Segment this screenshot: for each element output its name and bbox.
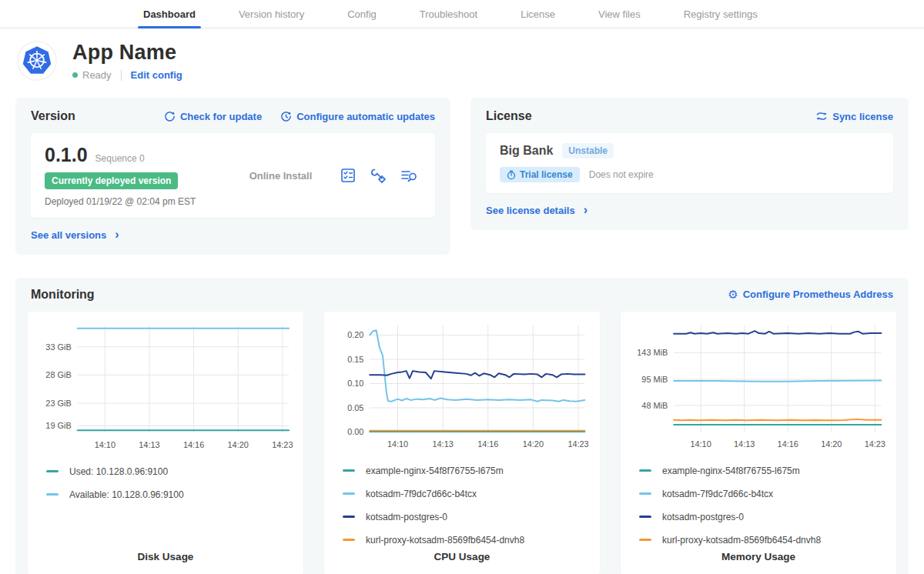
chart-card-memory-usage: 143 MiB95 MiB48 MiB14:1014:1314:1614:201… (621, 312, 896, 574)
legend-dash-icon (639, 539, 651, 541)
legend-item: Used: 10.128.0.96:9100 (37, 460, 294, 483)
chart-plot: 33 GiB28 GiB23 GiB19 GiB14:1014:1314:161… (37, 319, 294, 454)
expiry-label: Does not expire (589, 169, 654, 180)
legend-dash-icon (639, 516, 651, 518)
divider (121, 70, 122, 81)
stopwatch-icon (507, 170, 516, 180)
edit-config-link[interactable]: Edit config (131, 69, 182, 81)
refresh-icon (164, 111, 176, 122)
svg-text:14:10: 14:10 (691, 439, 711, 449)
svg-text:95 MiB: 95 MiB (641, 374, 668, 383)
gear-icon: ⚙ (728, 289, 738, 300)
chart-title: Memory Usage (630, 551, 887, 567)
svg-text:23 GiB: 23 GiB (45, 399, 71, 408)
svg-text:14:23: 14:23 (272, 440, 293, 449)
version-card-title: Version (31, 109, 75, 123)
legend-label: example-nginx-54f8f76755-l675m (366, 466, 504, 476)
check-for-update-button[interactable]: Check for update (164, 111, 262, 122)
svg-text:14:10: 14:10 (387, 439, 408, 449)
svg-text:14:16: 14:16 (477, 439, 498, 449)
license-card: License Sync license Big Bank Unstable (470, 98, 909, 230)
customer-name: Big Bank (500, 144, 553, 158)
legend-label: kotsadm-postgres-0 (662, 512, 744, 522)
deployed-badge: Currently deployed version (45, 172, 178, 189)
legend-dash-icon (343, 516, 355, 518)
sequence-label: Sequence 0 (95, 153, 145, 164)
top-nav: DashboardVersion historyConfigTroublesho… (0, 0, 924, 28)
app-header: App Name Ready Edit config (0, 28, 924, 88)
legend-label: kurl-proxy-kotsadm-8569fb6454-dnvh8 (366, 535, 524, 546)
sync-license-button[interactable]: Sync license (815, 111, 893, 122)
svg-text:33 GiB: 33 GiB (45, 342, 71, 351)
legend-dash-icon (639, 469, 651, 472)
chart-card-cpu-usage: 0.200.150.100.050.0014:1014:1314:1614:20… (324, 312, 600, 574)
svg-text:14:13: 14:13 (734, 439, 755, 449)
configure-prometheus-button[interactable]: ⚙ Configure Prometheus Address (728, 289, 893, 300)
svg-text:143 MiB: 143 MiB (637, 348, 668, 357)
chart-legend: Used: 10.128.0.96:9100Available: 10.128.… (37, 460, 294, 551)
legend-dash-icon (46, 470, 59, 472)
view-logs-icon[interactable] (400, 167, 418, 184)
legend-item: kotsadm-postgres-0 (333, 506, 591, 529)
see-all-versions-link[interactable]: See all versions (31, 229, 119, 242)
configure-automatic-updates-button[interactable]: Configure automatic updates (280, 111, 435, 122)
chart-legend: example-nginx-54f8f76755-l675mkotsadm-7f… (630, 459, 887, 551)
svg-text:14:13: 14:13 (433, 439, 454, 449)
tab-view-files[interactable]: View files (593, 0, 646, 28)
svg-text:0.20: 0.20 (347, 330, 363, 339)
chart-title: CPU Usage (333, 551, 591, 567)
install-type-label: Online Install (222, 170, 340, 182)
version-number: 0.1.0 (45, 144, 88, 166)
chart-title: Disk Usage (37, 551, 294, 567)
legend-dash-icon (46, 493, 59, 496)
chart-plot: 0.200.150.100.050.0014:1014:1314:1614:20… (333, 319, 591, 453)
tab-license[interactable]: License (515, 0, 561, 28)
legend-item: kurl-proxy-kotsadm-8569fb6454-dnvh8 (333, 529, 591, 552)
legend-item: example-nginx-54f8f76755-l675m (333, 459, 591, 482)
legend-item: example-nginx-54f8f76755-l675m (630, 459, 887, 482)
legend-label: kurl-proxy-kotsadm-8569fb6454-dnvh8 (662, 535, 821, 546)
tab-version-history[interactable]: Version history (233, 0, 310, 28)
svg-text:0.00: 0.00 (347, 427, 363, 436)
monitoring-title: Monitoring (31, 288, 95, 302)
tab-registry-settings[interactable]: Registry settings (678, 0, 763, 28)
channel-badge: Unstable (562, 143, 614, 159)
legend-dash-icon (343, 492, 355, 495)
tab-config[interactable]: Config (342, 0, 382, 28)
legend-label: kotsadm-postgres-0 (366, 512, 447, 522)
svg-text:19 GiB: 19 GiB (45, 421, 71, 430)
kubernetes-wheel-icon (17, 41, 57, 81)
svg-text:0.10: 0.10 (347, 379, 363, 388)
status-badge: Ready (82, 69, 112, 81)
chart-legend: example-nginx-54f8f76755-l675mkotsadm-7f… (333, 459, 591, 551)
legend-dash-icon (343, 539, 355, 541)
legend-item: kurl-proxy-kotsadm-8569fb6454-dnvh8 (630, 529, 887, 552)
svg-text:14:13: 14:13 (139, 440, 159, 449)
version-card: Version Check for update Configure autom… (15, 98, 450, 255)
svg-text:14:20: 14:20 (821, 439, 842, 449)
svg-text:14:23: 14:23 (865, 439, 886, 449)
legend-item: kotsadm-7f9dc7d66c-b4tcx (333, 482, 591, 506)
legend-label: example-nginx-54f8f76755-l675m (662, 466, 800, 476)
svg-text:14:16: 14:16 (778, 439, 798, 449)
monitoring-section: Monitoring ⚙ Configure Prometheus Addres… (15, 278, 909, 574)
svg-text:0.15: 0.15 (347, 354, 363, 363)
kots-dashboard-page: DashboardVersion historyConfigTroublesho… (0, 0, 924, 574)
sync-arrows-icon (815, 111, 828, 122)
svg-text:14:20: 14:20 (228, 440, 249, 449)
svg-text:48 MiB: 48 MiB (641, 400, 668, 409)
legend-item: kotsadm-7f9dc7d66c-b4tcx (630, 482, 887, 506)
config-tools-icon[interactable] (370, 167, 387, 184)
legend-label: kotsadm-7f9dc7d66c-b4tcx (662, 489, 773, 499)
tab-dashboard[interactable]: Dashboard (138, 0, 201, 28)
tab-troubleshoot[interactable]: Troubleshoot (414, 0, 483, 28)
legend-label: kotsadm-7f9dc7d66c-b4tcx (366, 489, 477, 499)
see-license-details-link[interactable]: See license details (486, 204, 588, 218)
legend-item: kotsadm-postgres-0 (630, 506, 887, 529)
legend-item: Available: 10.128.0.96:9100 (37, 483, 294, 506)
preflight-checklist-icon[interactable] (340, 167, 357, 184)
charts-row: 33 GiB28 GiB23 GiB19 GiB14:1014:1314:161… (28, 312, 896, 574)
svg-text:0.05: 0.05 (347, 402, 363, 412)
current-version-card: 0.1.0 Sequence 0 Currently deployed vers… (31, 133, 435, 218)
svg-text:14:10: 14:10 (95, 440, 116, 449)
